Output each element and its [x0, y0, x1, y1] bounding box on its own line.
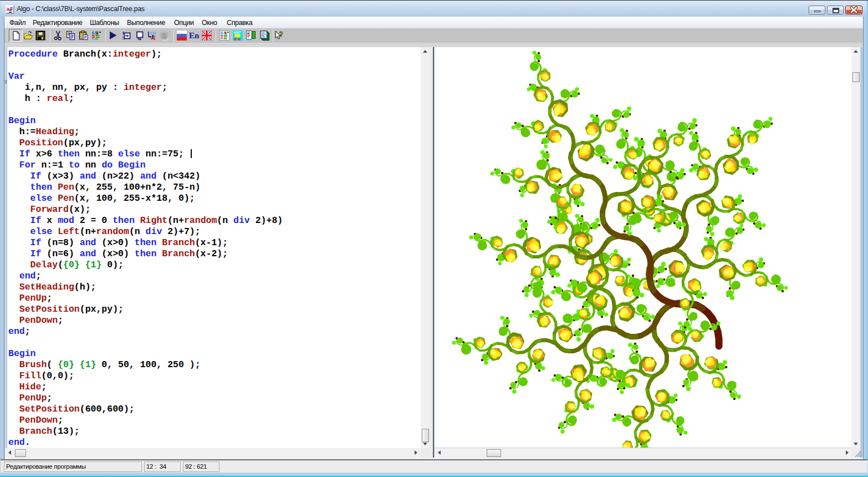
svg-text:En: En: [189, 31, 199, 40]
svg-text:S: S: [162, 32, 166, 40]
svg-text:?: ?: [279, 31, 283, 39]
